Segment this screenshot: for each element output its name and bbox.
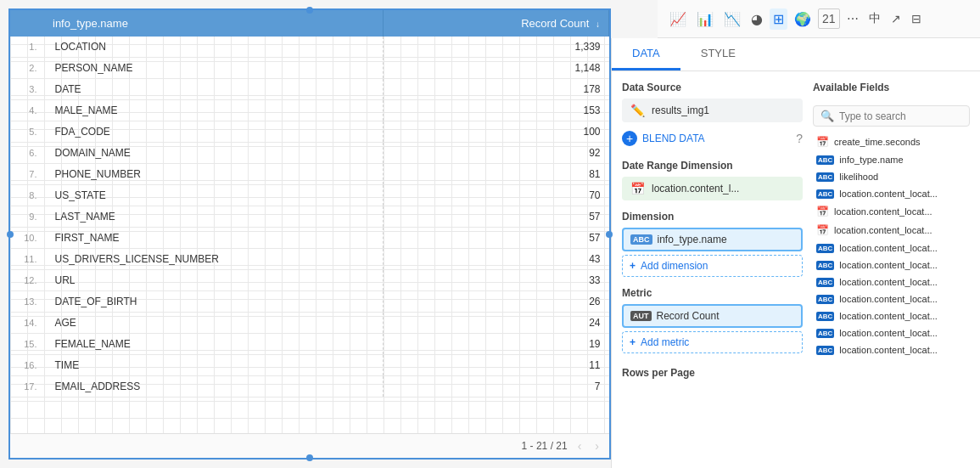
field-name: location.content_locat... <box>839 294 938 304</box>
field-abc-icon: ABC <box>816 312 834 321</box>
dimension-value: info_type.name <box>658 234 727 245</box>
field-name: location.content_locat... <box>839 328 938 338</box>
row-number: 10. <box>10 228 44 249</box>
row-number: 15. <box>10 334 44 355</box>
field-abc-icon: ABC <box>816 261 834 270</box>
field-item[interactable]: ABClocation.content_locat... <box>813 325 970 341</box>
field-calendar-icon: 📅 <box>816 224 829 236</box>
column-header-count: Record Count ↓ <box>383 10 608 37</box>
blend-data-button[interactable]: + BLEND DATA <box>622 127 705 149</box>
dimension-box[interactable]: ABC info_type.name <box>622 228 803 251</box>
date-range-value: location.content_l... <box>652 183 739 195</box>
table-row: 7. PHONE_NUMBER 81 <box>10 164 609 185</box>
row-name: US_STATE <box>44 185 383 206</box>
add-metric-label: Add metric <box>641 336 689 348</box>
row-count: 26 <box>383 291 608 313</box>
metric-box[interactable]: AUT Record Count <box>622 304 803 328</box>
field-calendar-icon: 📅 <box>816 136 829 148</box>
help-icon[interactable]: ? <box>796 132 803 145</box>
chart-bar-icon[interactable]: 📊 <box>693 8 717 30</box>
chart-area-icon[interactable]: 📉 <box>720 8 744 30</box>
row-name: LAST_NAME <box>44 206 383 228</box>
field-name: create_time.seconds <box>834 137 921 147</box>
row-name: FEMALE_NAME <box>44 334 383 355</box>
field-item[interactable]: ABClocation.content_locat... <box>813 257 970 273</box>
row-name: FDA_CODE <box>44 121 383 143</box>
field-item[interactable]: 📅location.content_locat... <box>813 222 970 239</box>
table-row: 12. URL 33 <box>10 270 609 291</box>
pivot-icon[interactable]: 中 <box>865 8 884 29</box>
pagination-prev-button[interactable]: ‹ <box>574 437 585 454</box>
field-abc-icon: ABC <box>816 189 834 199</box>
table-row: 4. MALE_NAME 153 <box>10 100 609 121</box>
rows-per-page-label: Rows per Page <box>622 364 803 379</box>
field-abc-icon: ABC <box>816 278 834 287</box>
row-count: 11 <box>383 355 608 376</box>
datasource-box[interactable]: ✏️ results_img1 <box>622 99 803 122</box>
scatter-icon[interactable]: ⋯ <box>843 9 862 28</box>
row-count: 1,148 <box>383 58 608 79</box>
row-name: PERSON_NAME <box>44 58 383 79</box>
chart-line-icon[interactable]: 📈 <box>666 8 690 30</box>
row-number: 2. <box>10 58 44 79</box>
row-count: 92 <box>383 143 608 164</box>
field-item[interactable]: 📅create_time.seconds <box>813 133 970 150</box>
field-list: 📅create_time.secondsABCinfo_type.nameABC… <box>813 133 970 358</box>
row-count: 153 <box>383 100 608 121</box>
pagination-label: 1 - 21 / 21 <box>522 440 568 452</box>
globe-icon[interactable]: 🌍 <box>791 8 815 30</box>
table-row: 8. US_STATE 70 <box>10 185 609 206</box>
field-name: location.content_locat... <box>839 277 938 287</box>
bullet-icon[interactable]: ↗ <box>888 9 904 28</box>
right-panel: DATA STYLE Data Source ✏️ results_img1 +… <box>611 38 980 468</box>
field-item[interactable]: ABClocation.content_locat... <box>813 274 970 290</box>
field-calendar-icon: 📅 <box>816 206 829 217</box>
field-item[interactable]: ABClocation.content_locat... <box>813 291 970 307</box>
pagination-next-button[interactable]: › <box>591 437 602 454</box>
field-item[interactable]: 📅location.content_locat... <box>813 203 970 220</box>
date-range-box[interactable]: 📅 location.content_l... <box>622 177 803 200</box>
table-row: 2. PERSON_NAME 1,148 <box>10 58 609 79</box>
row-count: 33 <box>383 270 608 291</box>
add-metric-button[interactable]: + Add metric <box>622 331 803 353</box>
row-name: DOMAIN_NAME <box>44 143 383 164</box>
field-item[interactable]: ABClikelihood <box>813 169 970 184</box>
table-row: 15. FEMALE_NAME 19 <box>10 334 609 355</box>
field-item[interactable]: ABClocation.content_locat... <box>813 186 970 201</box>
table-row: 17. EMAIL_ADDRESS 7 <box>10 376 609 398</box>
column-header-name: info_type.name <box>44 10 383 37</box>
tab-data[interactable]: DATA <box>612 38 680 70</box>
table-icon[interactable]: ⊞ <box>770 8 787 30</box>
field-item[interactable]: ABClocation.content_locat... <box>813 240 970 256</box>
row-name: US_DRIVERS_LICENSE_NUMBER <box>44 249 383 270</box>
field-item[interactable]: ABClocation.content_locat... <box>813 308 970 324</box>
field-item[interactable]: ABClocation.content_locat... <box>813 342 970 358</box>
field-name: location.content_locat... <box>839 345 938 355</box>
search-input[interactable] <box>839 110 962 122</box>
add-dimension-plus-icon: + <box>630 260 636 272</box>
pie-chart-icon[interactable]: ◕ <box>748 8 766 30</box>
tab-style[interactable]: STYLE <box>680 38 756 70</box>
field-abc-icon: ABC <box>816 295 834 304</box>
field-item[interactable]: ABCinfo_type.name <box>813 152 970 167</box>
table-row: 13. DATE_OF_BIRTH 26 <box>10 291 609 313</box>
row-count: 7 <box>383 376 608 398</box>
scorecard-icon[interactable]: 21 <box>818 8 840 29</box>
row-name: AGE <box>44 313 383 334</box>
field-abc-icon: ABC <box>816 346 834 355</box>
pencil-icon: ✏️ <box>630 104 645 117</box>
table-row: 1. LOCATION 1,339 <box>10 37 609 58</box>
sort-icon[interactable]: ↓ <box>596 20 600 29</box>
treemap-icon[interactable]: ⊟ <box>908 9 925 28</box>
row-number: 17. <box>10 376 44 398</box>
row-number: 4. <box>10 100 44 121</box>
metric-label: Metric <box>622 287 803 299</box>
row-name: TIME <box>44 355 383 376</box>
row-number: 1. <box>10 37 44 58</box>
row-name: URL <box>44 270 383 291</box>
row-name: PHONE_NUMBER <box>44 164 383 185</box>
table-row: 5. FDA_CODE 100 <box>10 121 609 143</box>
add-dimension-button[interactable]: + Add dimension <box>622 255 803 277</box>
field-name: likelihood <box>839 172 878 182</box>
add-metric-plus-icon: + <box>630 336 636 348</box>
